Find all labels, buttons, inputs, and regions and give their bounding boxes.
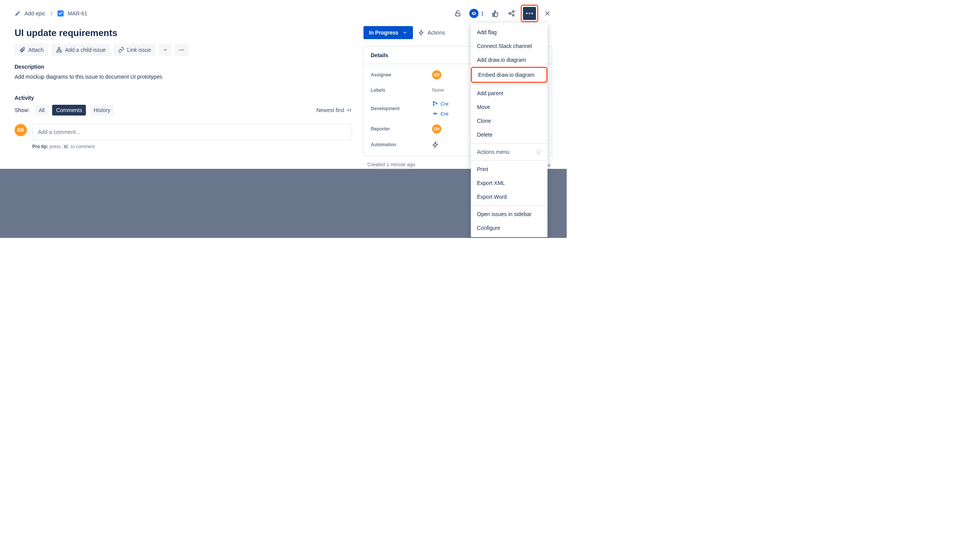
menu-add-drawio[interactable]: Add draw.io diagram (471, 53, 548, 67)
assignee-avatar: DB (432, 70, 441, 79)
menu-separator (471, 84, 548, 85)
svg-point-10 (183, 50, 184, 51)
menu-open-sidebar[interactable]: Open issues in sidebar (471, 207, 548, 221)
attach-icon (19, 47, 25, 53)
details-heading: Details (371, 52, 388, 58)
description-heading: Description (15, 64, 352, 70)
actions-dropdown[interactable]: Actions (418, 30, 445, 36)
attach-button[interactable]: Attach (15, 44, 48, 56)
svg-rect-1 (455, 13, 460, 16)
more-issue-actions-button[interactable] (175, 44, 189, 56)
link-issue-dropdown[interactable] (159, 44, 172, 56)
svg-point-14 (434, 113, 436, 114)
svg-point-11 (433, 102, 434, 103)
sort-button[interactable]: Newest first (316, 107, 352, 113)
add-epic-link[interactable]: Add epic (25, 10, 45, 17)
menu-export-word[interactable]: Export Word (471, 190, 548, 204)
breadcrumb-row: Add epic / MAR-61 1 (0, 0, 567, 20)
thumbs-up-icon[interactable] (491, 9, 500, 18)
reporter-avatar: DB (432, 124, 441, 134)
link-icon (118, 47, 124, 53)
show-label: Show: (15, 107, 30, 113)
unlock-icon[interactable] (453, 9, 462, 18)
tab-comments[interactable]: Comments (52, 105, 86, 116)
watch-count: 1 (481, 10, 484, 17)
status-button[interactable]: In Progress (363, 26, 413, 39)
menu-actions-menu[interactable]: Actions menu . (471, 145, 548, 159)
description-text[interactable]: Add mockup diagrams to this issue to doc… (15, 73, 352, 81)
pro-tip: Pro tip: press M to comment (32, 144, 352, 149)
tab-history[interactable]: History (90, 105, 114, 116)
menu-move[interactable]: Move (471, 100, 548, 114)
svg-rect-5 (58, 47, 60, 49)
menu-connect-slack[interactable]: Connect Slack channel (471, 39, 548, 53)
menu-embed-drawio[interactable]: Embed draw.io diagram (471, 67, 548, 83)
menu-add-parent[interactable]: Add parent (471, 86, 548, 100)
menu-print[interactable]: Print (471, 162, 548, 176)
task-icon (58, 10, 64, 17)
menu-configure[interactable]: Configure (471, 221, 548, 235)
svg-rect-7 (60, 51, 61, 53)
menu-export-xml[interactable]: Export XML (471, 176, 548, 190)
watch-eye-icon (469, 9, 478, 18)
svg-rect-6 (57, 51, 58, 53)
link-issue-button[interactable]: Link issue (113, 44, 156, 56)
menu-separator (471, 143, 548, 144)
add-child-issue-button[interactable]: Add a child issue (51, 44, 110, 56)
menu-separator (471, 205, 548, 206)
share-icon[interactable] (507, 9, 516, 18)
create-commit-link[interactable]: Create commit (432, 111, 448, 117)
comment-input[interactable]: Add a comment... (32, 124, 352, 140)
tab-all[interactable]: All (35, 105, 49, 116)
pencil-icon (15, 10, 21, 17)
issue-key-link[interactable]: MAR-61 (67, 10, 87, 17)
svg-point-9 (181, 50, 182, 51)
menu-clone[interactable]: Clone (471, 114, 548, 128)
close-icon[interactable] (543, 9, 552, 18)
more-actions-menu: Add flag Connect Slack channel Add draw.… (471, 23, 548, 237)
issue-action-toolbar: Attach Add a child issue Link issue (15, 44, 352, 56)
more-actions-button[interactable] (523, 7, 536, 20)
child-issue-icon (56, 47, 62, 53)
svg-point-8 (179, 50, 181, 51)
menu-add-flag[interactable]: Add flag (471, 25, 548, 39)
create-branch-link[interactable]: Create branch (432, 101, 448, 107)
kbd-shortcut: . (536, 149, 541, 155)
issue-title[interactable]: UI update requirements (15, 28, 352, 38)
current-user-avatar: DB (15, 124, 27, 136)
activity-heading: Activity (15, 95, 352, 101)
svg-point-12 (433, 105, 434, 106)
watch-button[interactable]: 1 (469, 9, 484, 18)
menu-separator (471, 160, 548, 161)
breadcrumb-separator: / (49, 10, 54, 17)
menu-delete[interactable]: Delete (471, 128, 548, 142)
